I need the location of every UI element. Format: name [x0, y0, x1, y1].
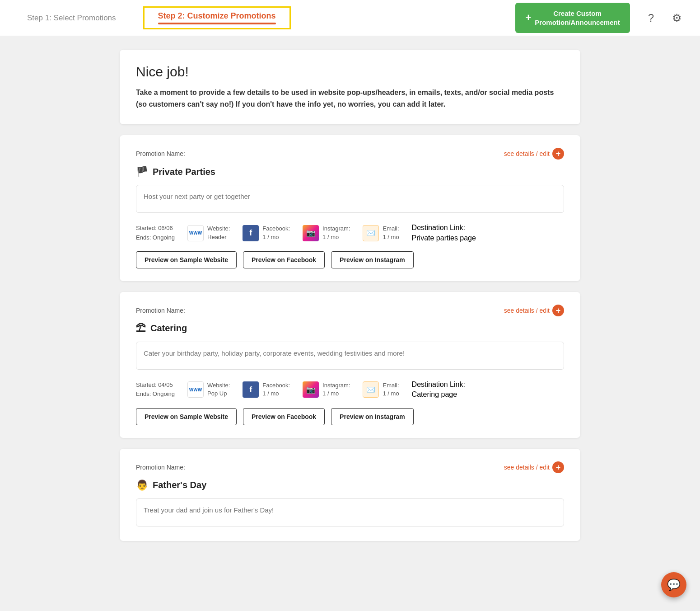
- instagram-value-catering: 1 / mo: [322, 390, 350, 398]
- promo-card-catering: Promotion Name: see details / edit + ⛱ C…: [120, 292, 580, 438]
- promo-textarea-catering[interactable]: [136, 342, 564, 370]
- destination-value-catering: Catering page: [412, 390, 465, 400]
- instagram-icon-private-parties: 📷: [303, 225, 319, 241]
- promo-meta-private-parties: Started: 06/06 Ends: Ongoing WWW Website…: [136, 223, 564, 243]
- www-icon-catering: WWW: [187, 381, 204, 398]
- see-details-plus-fathers-day: +: [552, 461, 564, 473]
- settings-button[interactable]: ⚙: [672, 12, 682, 24]
- email-label-private-parties: Email:: [383, 225, 399, 233]
- instagram-icon-catering: 📷: [303, 381, 319, 398]
- promo-name-label-catering: Promotion Name:: [136, 307, 185, 314]
- destination-label-catering: Destination Link:: [412, 380, 465, 390]
- www-icon-private-parties: WWW: [187, 225, 204, 241]
- email-value-catering: 1 / mo: [383, 390, 399, 398]
- email-label-catering: Email:: [383, 381, 399, 390]
- instagram-label-catering: Instagram:: [322, 381, 350, 390]
- see-details-private-parties[interactable]: see details / edit +: [504, 148, 564, 160]
- preview-facebook-btn-private-parties[interactable]: Preview on Facebook: [243, 251, 325, 268]
- promo-title-private-parties: 🏴 Private Parties: [136, 166, 564, 178]
- email-icon-catering: ✉️: [363, 381, 379, 398]
- see-details-catering[interactable]: see details / edit +: [504, 305, 564, 316]
- create-custom-button[interactable]: + Create CustomPromotion/Announcement: [515, 3, 630, 33]
- instagram-label-private-parties: Instagram:: [322, 225, 350, 233]
- preview-instagram-btn-private-parties[interactable]: Preview on Instagram: [331, 251, 414, 268]
- destination-label-private-parties: Destination Link:: [412, 223, 476, 233]
- see-details-text-catering: see details / edit: [504, 307, 550, 314]
- intro-body: Take a moment to provide a few details t…: [136, 87, 564, 110]
- facebook-value-private-parties: 1 / mo: [262, 233, 290, 241]
- intro-card: Nice job! Take a moment to provide a few…: [120, 50, 580, 124]
- step2[interactable]: Step 2: Customize Promotions: [143, 6, 291, 29]
- create-plus-icon: +: [525, 11, 531, 24]
- meta-destination-catering: Destination Link: Catering page: [412, 380, 465, 400]
- promo-header-private-parties: Promotion Name: see details / edit +: [136, 148, 564, 160]
- website-label-catering: Website:: [207, 381, 230, 390]
- meta-website-text-catering: Website: Pop Up: [207, 381, 230, 398]
- step2-underline: [158, 23, 276, 24]
- preview-website-btn-catering[interactable]: Preview on Sample Website: [136, 408, 237, 425]
- meta-email-text-private-parties: Email: 1 / mo: [383, 225, 399, 241]
- meta-website-catering: WWW Website: Pop Up: [187, 381, 230, 398]
- chat-button[interactable]: 💬: [661, 572, 686, 597]
- meta-email-catering: ✉️ Email: 1 / mo: [363, 381, 399, 398]
- meta-facebook-catering: f Facebook: 1 / mo: [243, 381, 290, 398]
- chat-icon: 💬: [667, 578, 681, 591]
- promo-card-fathers-day: Promotion Name: see details / edit + 👨 F…: [120, 449, 580, 541]
- preview-website-btn-private-parties[interactable]: Preview on Sample Website: [136, 251, 237, 268]
- meta-started-private-parties: Started: 06/06: [136, 224, 175, 233]
- help-button[interactable]: ?: [648, 12, 654, 24]
- step1[interactable]: Step 1: Select Promotions: [18, 10, 125, 26]
- promo-title-text-catering: Catering: [150, 323, 187, 334]
- meta-email-private-parties: ✉️ Email: 1 / mo: [363, 225, 399, 241]
- meta-ends-private-parties: Ends: Ongoing: [136, 233, 175, 243]
- meta-facebook-private-parties: f Facebook: 1 / mo: [243, 225, 290, 241]
- promo-meta-catering: Started: 04/05 Ends: Ongoing WWW Website…: [136, 380, 564, 400]
- promo-textarea-private-parties[interactable]: [136, 185, 564, 213]
- facebook-icon-private-parties: f: [243, 225, 259, 241]
- create-btn-label: Create CustomPromotion/Announcement: [535, 9, 620, 27]
- website-value-catering: Pop Up: [207, 390, 230, 398]
- see-details-plus-private-parties: +: [552, 148, 564, 160]
- promo-btns-catering: Preview on Sample Website Preview on Fac…: [136, 408, 564, 425]
- promo-title-fathers-day: 👨 Father's Day: [136, 479, 564, 491]
- instagram-value-private-parties: 1 / mo: [322, 233, 350, 241]
- meta-website-text-private-parties: Website: Header: [207, 225, 230, 241]
- email-icon-private-parties: ✉️: [363, 225, 379, 241]
- promo-btns-private-parties: Preview on Sample Website Preview on Fac…: [136, 251, 564, 268]
- meta-instagram-text-private-parties: Instagram: 1 / mo: [322, 225, 350, 241]
- promo-card-private-parties: Promotion Name: see details / edit + 🏴 P…: [120, 135, 580, 281]
- meta-email-text-catering: Email: 1 / mo: [383, 381, 399, 398]
- promo-title-text-private-parties: Private Parties: [153, 167, 215, 177]
- meta-destination-private-parties: Destination Link: Private parties page: [412, 223, 476, 243]
- preview-instagram-btn-catering[interactable]: Preview on Instagram: [331, 408, 414, 425]
- website-label-private-parties: Website:: [207, 225, 230, 233]
- preview-facebook-btn-catering[interactable]: Preview on Facebook: [243, 408, 325, 425]
- destination-value-private-parties: Private parties page: [412, 233, 476, 243]
- see-details-fathers-day[interactable]: see details / edit +: [504, 461, 564, 473]
- facebook-value-catering: 1 / mo: [262, 390, 290, 398]
- facebook-label-catering: Facebook:: [262, 381, 290, 390]
- promo-textarea-fathers-day[interactable]: [136, 498, 564, 526]
- meta-dates-catering: Started: 04/05 Ends: Ongoing: [136, 381, 175, 400]
- step2-label: Step 2: Customize Promotions: [158, 11, 276, 21]
- meta-instagram-catering: 📷 Instagram: 1 / mo: [303, 381, 350, 398]
- promo-container: Promotion Name: see details / edit + 🏴 P…: [120, 135, 580, 541]
- meta-instagram-private-parties: 📷 Instagram: 1 / mo: [303, 225, 350, 241]
- promo-name-label-fathers-day: Promotion Name:: [136, 464, 185, 471]
- meta-dates-private-parties: Started: 06/06 Ends: Ongoing: [136, 224, 175, 243]
- facebook-label-private-parties: Facebook:: [262, 225, 290, 233]
- meta-instagram-text-catering: Instagram: 1 / mo: [322, 381, 350, 398]
- promo-name-label-private-parties: Promotion Name:: [136, 150, 185, 157]
- promo-icon-private-parties: 🏴: [136, 166, 148, 178]
- see-details-text-private-parties: see details / edit: [504, 150, 550, 157]
- main-content: Nice job! Take a moment to provide a few…: [102, 36, 598, 565]
- website-value-private-parties: Header: [207, 233, 230, 241]
- email-value-private-parties: 1 / mo: [383, 233, 399, 241]
- meta-facebook-text-catering: Facebook: 1 / mo: [262, 381, 290, 398]
- top-nav: Step 1: Select Promotions Step 2: Custom…: [0, 0, 700, 36]
- promo-title-text-fathers-day: Father's Day: [153, 480, 206, 490]
- meta-started-catering: Started: 04/05: [136, 381, 175, 390]
- see-details-text-fathers-day: see details / edit: [504, 464, 550, 471]
- meta-ends-catering: Ends: Ongoing: [136, 390, 175, 399]
- facebook-icon-catering: f: [243, 381, 259, 398]
